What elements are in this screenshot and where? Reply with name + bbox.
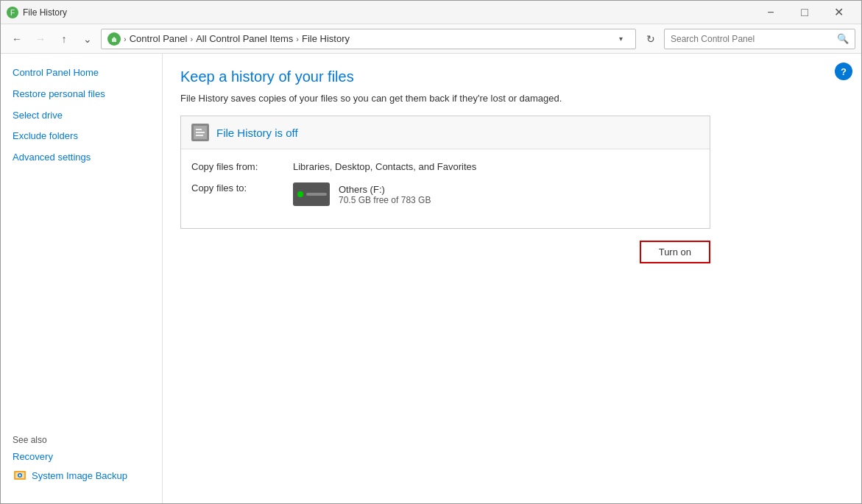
fh-body: Copy files from: Libraries, Desktop, Con… xyxy=(181,149,710,228)
app-icon: F xyxy=(7,7,18,18)
turn-on-area: Turn on xyxy=(180,241,710,263)
page-description: File History saves copies of your files … xyxy=(180,93,844,104)
breadcrumb-icon xyxy=(107,32,121,46)
search-icon: 🔍 xyxy=(837,33,849,44)
page-title: Keep a history of your files xyxy=(180,68,844,85)
svg-point-6 xyxy=(19,475,21,477)
sidebar-item-select-drive[interactable]: Select drive xyxy=(1,105,162,127)
close-button[interactable]: ✕ xyxy=(822,1,855,24)
main-content: Control Panel Home Restore personal file… xyxy=(1,54,861,503)
drive-space: 70.5 GB free of 783 GB xyxy=(339,195,431,205)
svg-rect-8 xyxy=(196,129,202,130)
maximize-button[interactable]: □ xyxy=(788,1,822,24)
search-input[interactable] xyxy=(671,34,834,44)
breadcrumb-sep-1: › xyxy=(124,35,127,43)
copy-to-row: Copy files to: Others (F:) 70.5 GB free … xyxy=(191,182,699,206)
breadcrumb-control-panel[interactable]: Control Panel xyxy=(130,33,188,44)
refresh-button[interactable]: ↻ xyxy=(640,29,661,49)
sidebar: Control Panel Home Restore personal file… xyxy=(1,54,163,503)
system-image-backup-label: System Image Backup xyxy=(32,470,127,481)
window-title: File History xyxy=(23,7,754,18)
breadcrumb-all-items[interactable]: All Control Panel Items xyxy=(196,33,293,44)
up-button[interactable]: ↑ xyxy=(54,29,74,49)
file-history-box: File History is off Copy files from: Lib… xyxy=(180,116,710,229)
copy-to-label: Copy files to: xyxy=(191,182,287,194)
help-button[interactable]: ? xyxy=(835,63,852,80)
search-field[interactable]: 🔍 xyxy=(664,29,855,49)
address-field[interactable]: › Control Panel › All Control Panel Item… xyxy=(101,29,636,49)
system-image-icon xyxy=(13,468,27,483)
breadcrumb: › Control Panel › All Control Panel Item… xyxy=(107,32,612,46)
sidebar-item-restore-personal-files[interactable]: Restore personal files xyxy=(1,84,162,105)
drive-details: Others (F:) 70.5 GB free of 783 GB xyxy=(339,184,431,205)
sidebar-item-recovery[interactable]: Recovery xyxy=(1,448,162,465)
address-bar: ← → ↑ ⌄ › Control Panel › All Control Pa… xyxy=(1,24,861,54)
breadcrumb-sep-3: › xyxy=(296,35,299,43)
see-also-label: See also xyxy=(1,423,162,448)
drive-icon xyxy=(293,182,330,206)
window: F File History − □ ✕ ← → ↑ ⌄ › Cont xyxy=(0,0,862,504)
svg-rect-10 xyxy=(196,135,203,136)
svg-rect-9 xyxy=(196,132,205,133)
breadcrumb-current: File History xyxy=(302,33,350,44)
svg-text:F: F xyxy=(10,9,15,17)
fh-status: File History is off xyxy=(216,127,298,139)
forward-button[interactable]: → xyxy=(30,29,51,49)
back-button[interactable]: ← xyxy=(7,29,27,49)
sidebar-item-exclude-folders[interactable]: Exclude folders xyxy=(1,126,162,147)
sidebar-bottom: See also Recovery System Image Backup xyxy=(1,423,162,494)
fh-header-icon xyxy=(191,124,209,141)
minimize-button[interactable]: − xyxy=(754,1,788,24)
window-controls: − □ ✕ xyxy=(754,1,855,24)
recovery-label: Recovery xyxy=(13,451,53,462)
copy-from-row: Copy files from: Libraries, Desktop, Con… xyxy=(191,161,699,172)
fh-header: File History is off xyxy=(181,116,710,149)
drive-info-row: Others (F:) 70.5 GB free of 783 GB xyxy=(293,182,431,206)
content-area: ? Keep a history of your files File Hist… xyxy=(163,54,861,503)
sidebar-item-control-panel-home[interactable]: Control Panel Home xyxy=(1,63,162,84)
copy-from-label: Copy files from: xyxy=(191,161,287,172)
recent-locations-button[interactable]: ⌄ xyxy=(77,29,98,49)
title-bar: F File History − □ ✕ xyxy=(1,1,861,24)
turn-on-button[interactable]: Turn on xyxy=(640,241,710,263)
drive-name: Others (F:) xyxy=(339,184,431,195)
sidebar-nav: Control Panel Home Restore personal file… xyxy=(1,63,162,423)
breadcrumb-sep-2: › xyxy=(190,35,193,43)
sidebar-item-advanced-settings[interactable]: Advanced settings xyxy=(1,147,162,168)
address-dropdown-button[interactable]: ▾ xyxy=(612,29,629,49)
copy-from-value: Libraries, Desktop, Contacts, and Favori… xyxy=(293,161,476,172)
sidebar-item-system-image-backup[interactable]: System Image Backup xyxy=(1,465,162,486)
